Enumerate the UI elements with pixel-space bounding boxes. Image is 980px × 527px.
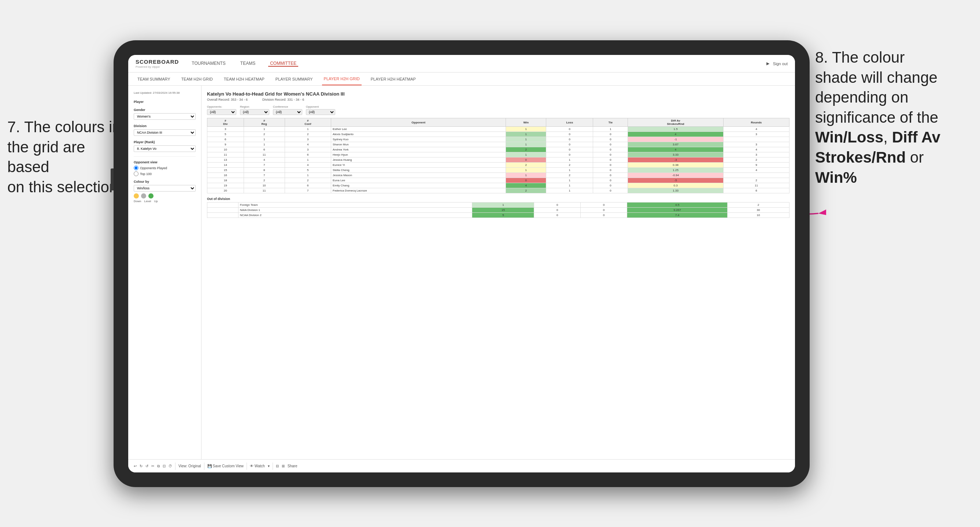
cell-rounds: 3 [723, 132, 789, 137]
logo-area: SCOREBOARD Powered by clippd [135, 59, 179, 68]
nav-items: TOURNAMENTS TEAMS COMMITTEE [190, 61, 766, 67]
cell-div: 6 [207, 137, 244, 142]
subnav-player-summary[interactable]: PLAYER SUMMARY [274, 73, 315, 85]
nav-tournaments[interactable]: TOURNAMENTS [190, 61, 227, 67]
cell-loss: 2 [546, 163, 593, 168]
division-record: Division Record: 331 - 34 - 6 [262, 98, 304, 102]
ood-tie: 0 [581, 213, 627, 218]
cell-rounds: 4 [723, 168, 789, 173]
cell-reg: 8 [243, 168, 285, 173]
cell-opponent: Sydney Kuo [331, 137, 506, 142]
ood-rounds: 10 [727, 213, 789, 218]
toolbar-icon2[interactable]: ⊞ [282, 464, 285, 468]
sidebar-player-rank-select[interactable]: 8. Katelyn Vo [134, 145, 196, 152]
filter-opponent: Opponent (All) [306, 105, 335, 115]
cell-rounds: 3 [723, 142, 789, 147]
logo-text: SCOREBOARD [135, 59, 179, 65]
cell-win: 1 [506, 173, 546, 178]
subnav-player-h2h-grid[interactable]: PLAYER H2H GRID [322, 73, 361, 85]
ood-table-row: NCAA Division 2 5 0 0 7.4 10 [207, 213, 789, 218]
cell-rounds: 3 [723, 152, 789, 157]
filter-region-select[interactable]: (All) [240, 109, 269, 115]
toolbar-cut[interactable]: ✂ [151, 464, 154, 468]
table-row: 3 1 1 Esther Lee 1 0 1 1.5 4 [207, 127, 789, 132]
cell-tie: 0 [593, 147, 628, 152]
toolbar-icon1[interactable]: ⊟ [276, 464, 279, 468]
sidebar-opponent-view-label: Opponent view [134, 160, 196, 164]
cell-opponent: Stella Cheng [331, 168, 506, 173]
subnav-team-summary[interactable]: TEAM SUMMARY [135, 73, 172, 85]
cell-reg: 10 [243, 183, 285, 188]
cell-opponent: Emily Chang [331, 183, 506, 188]
filter-opponents-select[interactable]: (All) [207, 109, 236, 115]
table-row: 6 1 3 Sydney Kuo 1 0 0 -1 [207, 137, 789, 142]
ood-tie: 0 [581, 208, 627, 213]
cell-reg: 2 [243, 132, 285, 137]
sidebar-gender-label: Gender [134, 108, 196, 112]
cell-win: 0 [506, 178, 546, 183]
cell-reg: 2 [243, 178, 285, 183]
filter-opponent-select[interactable]: (All) [306, 109, 335, 115]
toolbar-redo1[interactable]: ↻ [140, 464, 143, 468]
table-row: 15 8 5 Stella Cheng 1 1 0 1.25 4 [207, 168, 789, 173]
toolbar-copy[interactable]: ⧉ [157, 464, 160, 468]
table-row: 18 2 2 Euna Lee 0 1 0 -5 2 [207, 178, 789, 183]
toolbar-clock[interactable]: ⏱ [169, 464, 172, 468]
cell-conf: 2 [285, 178, 331, 183]
toolbar-share[interactable]: Share [288, 464, 298, 468]
cell-tie: 0 [593, 173, 628, 178]
toolbar-sep-3 [247, 462, 247, 470]
radio-opponents-played[interactable]: Opponents Played [134, 165, 196, 170]
cell-diff: -0.94 [628, 173, 724, 178]
cell-opponent: Euna Lee [331, 178, 506, 183]
nav-committee[interactable]: COMMITTEE [268, 61, 298, 67]
cell-diff: -3 [628, 157, 724, 163]
toolbar-watch[interactable]: 👁 Watch [250, 464, 265, 468]
subnav-team-h2h-grid[interactable]: TEAM H2H GRID [180, 73, 215, 85]
cell-reg: 11 [243, 152, 285, 157]
cell-tie: 0 [593, 188, 628, 194]
subnav-team-h2h-heatmap[interactable]: TEAM H2H HEATMAP [222, 73, 266, 85]
ood-tie: 0 [581, 203, 627, 208]
radio-top-100[interactable]: Top 100 [134, 171, 196, 176]
cell-win: 1 [506, 152, 546, 157]
cell-reg: 1 [243, 127, 285, 132]
sidebar-colour-select[interactable]: Win/loss [134, 185, 196, 192]
subnav-player-h2h-heatmap[interactable]: PLAYER H2H HEATMAP [369, 73, 418, 85]
colour-labels: Down Level Up [134, 200, 196, 203]
nav-teams[interactable]: TEAMS [239, 61, 257, 67]
cell-div: 19 [207, 183, 244, 188]
toolbar-watch-arrow[interactable]: ▾ [268, 464, 270, 468]
sidebar-opponent-view: Opponent view Opponents Played Top 100 [134, 160, 196, 176]
ood-loss: 0 [534, 213, 581, 218]
annotation-left: 7. The colours in the grid are based on … [7, 117, 124, 197]
sidebar-division-select[interactable]: NCAA Division III [134, 129, 196, 136]
cell-conf: 5 [285, 168, 331, 173]
sign-out-link[interactable]: Sign out [773, 62, 788, 66]
toolbar-view-original[interactable]: View: Original [178, 464, 201, 468]
ood-win: 5 [472, 213, 534, 218]
top-nav: SCOREBOARD Powered by clippd TOURNAMENTS… [128, 55, 795, 73]
cell-tie: 0 [593, 178, 628, 183]
th-tie: Tie [593, 118, 628, 127]
th-diff: Diff AvStrokes/Rnd [628, 118, 724, 127]
cell-rounds [723, 137, 789, 142]
cell-tie: 0 [593, 132, 628, 137]
cell-rounds: 2 [723, 157, 789, 163]
out-of-division-header: Out of division [207, 197, 789, 201]
ood-diff: 9.267 [627, 208, 727, 213]
toolbar-save-custom[interactable]: 💾 Save Custom View [207, 464, 243, 468]
sidebar-gender-select[interactable]: Women's [134, 113, 196, 120]
filter-opponents: Opponents: (All) [207, 105, 236, 115]
table-row: 10 6 3 Andrea York 2 0 0 4 4 [207, 147, 789, 152]
grid-records: Overall Record: 353 - 34 - 6 Division Re… [207, 98, 789, 102]
sidebar: Last Updated: 27/03/2024 16:55:38 Player… [128, 86, 202, 459]
colour-circle-level [141, 194, 146, 198]
toolbar-undo[interactable]: ↩ [134, 464, 137, 468]
toolbar-redo2[interactable]: ↺ [145, 464, 148, 468]
cell-reg: 1 [243, 137, 285, 142]
sidebar-gender-section: Gender Women's [134, 108, 196, 120]
filter-conference-select[interactable]: (All) [273, 109, 302, 115]
toolbar-paste[interactable]: ⊡ [163, 464, 165, 468]
cell-diff: 3.67 [628, 142, 724, 147]
